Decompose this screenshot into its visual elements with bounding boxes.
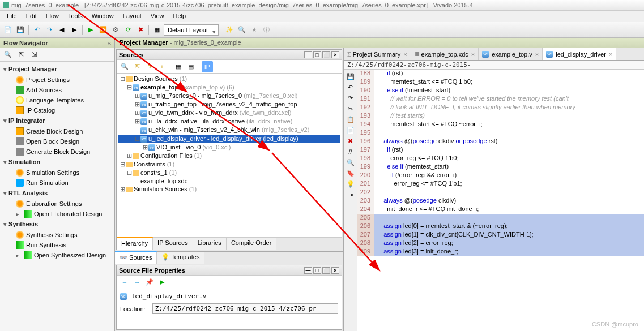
nav-item[interactable]: Language Templates xyxy=(0,95,114,105)
tab-ip-sources[interactable]: IP Sources xyxy=(153,238,193,250)
tree-node[interactable]: ⊞Configuration Files (1) xyxy=(118,152,340,160)
menu-file[interactable]: File xyxy=(2,11,22,22)
cut-icon[interactable]: ✂ xyxy=(346,104,355,113)
layout-icon[interactable]: ▦ xyxy=(151,24,163,36)
run-icon[interactable]: ▶ xyxy=(85,24,96,36)
pin-icon[interactable]: 📌 xyxy=(144,277,155,288)
nav-item[interactable]: Run Simulation xyxy=(0,178,114,188)
tree-node[interactable]: ⊟constrs_1 (1) xyxy=(118,169,340,177)
expand-icon[interactable]: ⇲ xyxy=(28,49,40,61)
nav-item[interactable]: ▸Open Synthesized Design xyxy=(0,250,114,260)
tree-node[interactable]: ⊞veu_ila_ddrx_native - ila_ddrx_native (… xyxy=(118,117,340,126)
filter-icon[interactable]: ▤ xyxy=(185,61,197,72)
tree-node[interactable]: example_top.xdc xyxy=(118,177,340,185)
tree-node[interactable]: ⊟veu_led_display_driver - led_display_dr… xyxy=(118,135,340,143)
delete-icon[interactable]: ✖ xyxy=(346,136,355,145)
menu-edit[interactable]: Edit xyxy=(22,11,41,22)
find-icon[interactable]: 🔍 xyxy=(346,158,355,167)
search-icon[interactable]: 🔍 xyxy=(119,61,130,72)
bookmark-icon[interactable]: 🔖 xyxy=(346,169,355,178)
minimize-icon[interactable]: — xyxy=(304,51,312,58)
add-icon[interactable]: + xyxy=(156,61,168,72)
tree-node[interactable]: ⊞veu_mig_7series_0 - mig_7series_0 (mig_… xyxy=(118,92,340,100)
tree-node[interactable]: ⊟veexample_top (example_top.v) (6) xyxy=(118,83,340,92)
close-icon[interactable]: × xyxy=(331,51,339,58)
close-icon[interactable]: × xyxy=(331,267,339,274)
fwd-icon[interactable]: ▶ xyxy=(69,24,80,36)
stop-icon[interactable]: ✖ xyxy=(135,24,146,36)
fwd-icon[interactable]: → xyxy=(131,277,143,288)
restore-icon[interactable]: ⬜ xyxy=(322,267,330,274)
nav-item[interactable]: Project Settings xyxy=(0,75,114,85)
tab-templates[interactable]: 💡 Templates xyxy=(157,252,204,264)
tree-node[interactable]: ⊟Design Sources (1) xyxy=(118,75,340,83)
close-tab-icon[interactable]: × xyxy=(471,51,475,58)
nav-item[interactable]: Generate Block Design xyxy=(0,147,114,157)
copy-icon[interactable]: 📋 xyxy=(346,115,355,124)
nav-item[interactable]: IP Catalog xyxy=(0,105,114,115)
tree-node[interactable]: ⊞veu_traffic_gen_top - mig_7series_v2_4_… xyxy=(118,100,340,109)
expand-icon[interactable]: ⇲ xyxy=(144,61,155,72)
tree-icon[interactable]: ▦ xyxy=(173,61,184,72)
editor-tab[interactable]: veled_display_driver× xyxy=(543,48,616,60)
bulb-icon[interactable]: 💡 xyxy=(346,179,355,188)
back-icon[interactable]: ← xyxy=(119,277,130,288)
tree-node[interactable]: ⊞veVIO_inst - vio_0 (vio_0.xci) xyxy=(118,143,340,152)
paste-icon[interactable]: 📄 xyxy=(346,126,355,135)
indent-icon[interactable]: ⇥ xyxy=(346,190,355,199)
editor-tab[interactable]: ΣProject Summary× xyxy=(344,48,411,60)
tab-compile-order[interactable]: Compile Order xyxy=(227,238,277,250)
nav-item[interactable]: Create Block Design xyxy=(0,126,114,136)
menu-flow[interactable]: Flow xyxy=(41,11,63,22)
tree-node[interactable]: veu_chk_win - mig_7series_v2_4_chk_win (… xyxy=(118,126,340,134)
save-icon[interactable]: 💾 xyxy=(346,72,355,81)
save-icon[interactable]: 💾 xyxy=(15,24,26,36)
search-icon[interactable]: 🔍 xyxy=(2,49,14,61)
nav-item[interactable]: Add Sources xyxy=(0,85,114,95)
nav-item[interactable]: Synthesis Settings xyxy=(0,230,114,240)
tree-node[interactable]: ⊞Simulation Sources (1) xyxy=(118,185,340,194)
editor-tab[interactable]: ≣example_top.xdc× xyxy=(411,48,479,60)
nav-item[interactable]: Open Block Design xyxy=(0,136,114,147)
refresh-icon[interactable]: ⟳ xyxy=(122,24,134,36)
nav-section[interactable]: RTL Analysis xyxy=(0,188,114,199)
undo-icon[interactable]: ↶ xyxy=(346,83,355,92)
maximize-icon[interactable]: □ xyxy=(313,51,321,58)
close-tab-icon[interactable]: × xyxy=(609,51,612,58)
tab-sources[interactable]: 👓 Sources xyxy=(115,251,157,264)
back-icon[interactable]: ◀ xyxy=(56,24,67,36)
menu-window[interactable]: Window xyxy=(87,11,118,22)
wand-icon[interactable]: ✨ xyxy=(224,24,235,36)
nav-item[interactable]: Simulation Settings xyxy=(0,167,114,178)
undo-icon[interactable]: ↶ xyxy=(31,24,42,36)
tree-node[interactable]: ⊟Constraints (1) xyxy=(118,160,340,169)
minimize-icon[interactable]: — xyxy=(304,267,312,274)
collapse-icon[interactable]: ⇱ xyxy=(15,49,27,61)
menu-help[interactable]: Help xyxy=(169,11,191,22)
ip-icon[interactable]: IP xyxy=(202,61,213,72)
editor-tab[interactable]: veexample_top.v× xyxy=(479,48,543,60)
tab-libraries[interactable]: Libraries xyxy=(193,238,227,250)
nav-section[interactable]: IP Integrator xyxy=(0,115,114,126)
info-icon[interactable]: ⓘ xyxy=(261,24,272,36)
new-icon[interactable]: 📄 xyxy=(2,24,14,36)
menu-tools[interactable]: Tools xyxy=(63,11,87,22)
nav-section[interactable]: Synthesis xyxy=(0,219,114,230)
nav-item[interactable]: ▸Open Elaborated Design xyxy=(0,209,114,219)
redo-icon[interactable]: ↷ xyxy=(44,24,55,36)
code-area[interactable]: 188 if (rst)189 memtest_start <= #TCQ 1'… xyxy=(357,70,644,331)
close-tab-icon[interactable]: × xyxy=(535,51,539,58)
menu-view[interactable]: View xyxy=(146,11,169,22)
nav-section[interactable]: Simulation xyxy=(0,157,114,167)
nav-item[interactable]: Elaboration Settings xyxy=(0,199,114,209)
tab-hierarchy[interactable]: Hierarchy xyxy=(117,237,153,250)
play-icon[interactable]: ▶ xyxy=(156,277,168,288)
redo-icon[interactable]: ↷ xyxy=(346,93,355,102)
collapse-icon[interactable]: ⇱ xyxy=(131,61,143,72)
find-icon[interactable]: 🔍 xyxy=(236,24,248,36)
close-tab-icon[interactable]: × xyxy=(403,51,407,58)
menu-layout[interactable]: Layout xyxy=(118,11,146,22)
nav-item[interactable]: Run Synthesis xyxy=(0,240,114,250)
star-icon[interactable]: ★ xyxy=(249,24,260,36)
run-all-icon[interactable]: ⏩ xyxy=(97,24,109,36)
